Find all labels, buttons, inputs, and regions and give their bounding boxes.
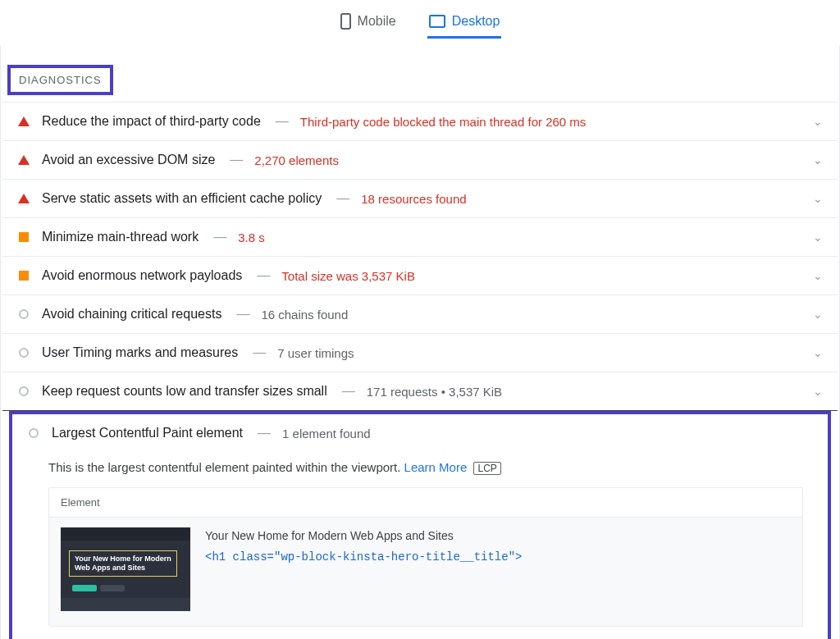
warning-triangle-icon — [17, 155, 30, 165]
info-circle-icon — [17, 348, 30, 358]
learn-more-link[interactable]: Learn More — [404, 460, 468, 474]
audit-row[interactable]: Avoid an excessive DOM size — 2,270 elem… — [2, 140, 838, 179]
chevron-down-icon: ⌄ — [813, 192, 823, 205]
audit-title: Serve static assets with an efficient ca… — [42, 191, 322, 206]
audit-detail: 2,270 elements — [254, 153, 339, 167]
audit-detail: 18 resources found — [361, 192, 466, 206]
element-thumbnail: Your New Home for Modern Web Apps and Si… — [61, 527, 190, 611]
audit-detail: 7 user timings — [277, 346, 354, 360]
lcp-section: Largest Contentful Paint element — 1 ele… — [9, 411, 831, 639]
chevron-down-icon: ⌄ — [813, 269, 823, 282]
audit-title: User Timing marks and measures — [42, 345, 238, 360]
audit-row-lcp[interactable]: Largest Contentful Paint element — 1 ele… — [12, 414, 828, 452]
warning-triangle-icon — [17, 116, 30, 126]
info-circle-icon — [27, 428, 40, 438]
mobile-icon — [340, 13, 351, 30]
audit-title: Minimize main-thread work — [42, 230, 199, 244]
audit-detail: Total size was 3,537 KiB — [281, 269, 415, 283]
audit-row[interactable]: Avoid chaining critical requests — 16 ch… — [2, 294, 838, 333]
audit-detail: 3.8 s — [238, 230, 265, 244]
chevron-down-icon: ⌄ — [813, 385, 823, 398]
element-code: <h1 class="wp-block-kinsta-hero-title__t… — [205, 550, 522, 564]
audit-title: Largest Contentful Paint element — [52, 426, 243, 440]
tab-mobile[interactable]: Mobile — [339, 8, 398, 39]
section-label: DIAGNOSTICS — [7, 65, 113, 95]
chevron-down-icon: ⌄ — [813, 153, 823, 167]
info-circle-icon — [17, 309, 30, 319]
audit-title: Keep request counts low and transfer siz… — [42, 384, 327, 399]
chevron-down-icon: ⌄ — [813, 115, 823, 128]
element-table-header: Element — [49, 488, 802, 518]
audit-title: Avoid an excessive DOM size — [42, 153, 215, 167]
audit-row[interactable]: Minimize main-thread work — 3.8 s ⌄ — [2, 217, 838, 256]
audit-detail: 171 requests • 3,537 KiB — [367, 385, 502, 399]
audit-detail: Third-party code blocked the main thread… — [300, 115, 587, 129]
chevron-down-icon: ⌄ — [813, 308, 823, 321]
element-table: Element Your New Home for Modern Web App… — [48, 487, 803, 627]
audit-title: Avoid enormous network payloads — [42, 268, 242, 283]
chevron-down-icon: ⌄ — [813, 346, 823, 359]
lcp-description: This is the largest contentful element p… — [48, 460, 400, 474]
tab-desktop[interactable]: Desktop — [427, 8, 502, 39]
thumb-hero-text: Your New Home for Modern Web Apps and Si… — [69, 550, 177, 577]
audit-title: Avoid chaining critical requests — [42, 307, 221, 322]
tab-desktop-label: Desktop — [452, 14, 500, 29]
audit-row[interactable]: Serve static assets with an efficient ca… — [2, 179, 838, 217]
element-row: Your New Home for Modern Web Apps and Si… — [49, 518, 802, 626]
tab-mobile-label: Mobile — [358, 14, 396, 29]
warning-square-icon — [17, 271, 30, 281]
audit-detail: 1 element found — [282, 427, 371, 440]
warning-triangle-icon — [17, 194, 30, 203]
desktop-icon — [429, 15, 445, 28]
lcp-body: This is the largest contentful element p… — [12, 452, 828, 639]
device-tabs: Mobile Desktop — [0, 0, 840, 45]
element-text: Your New Home for Modern Web Apps and Si… — [205, 529, 522, 542]
audit-detail: 16 chains found — [261, 308, 348, 322]
audit-row[interactable]: User Timing marks and measures — 7 user … — [2, 333, 838, 372]
diagnostics-panel: DIAGNOSTICS Reduce the impact of third-p… — [0, 45, 840, 639]
info-circle-icon — [17, 386, 30, 396]
audit-row[interactable]: Avoid enormous network payloads — Total … — [2, 256, 838, 294]
chevron-down-icon: ⌄ — [813, 230, 823, 244]
lcp-badge: LCP — [473, 462, 500, 475]
warning-square-icon — [17, 232, 30, 242]
audit-title: Reduce the impact of third-party code — [42, 114, 261, 129]
audit-row[interactable]: Reduce the impact of third-party code — … — [2, 102, 838, 140]
audit-row[interactable]: Keep request counts low and transfer siz… — [2, 372, 838, 410]
